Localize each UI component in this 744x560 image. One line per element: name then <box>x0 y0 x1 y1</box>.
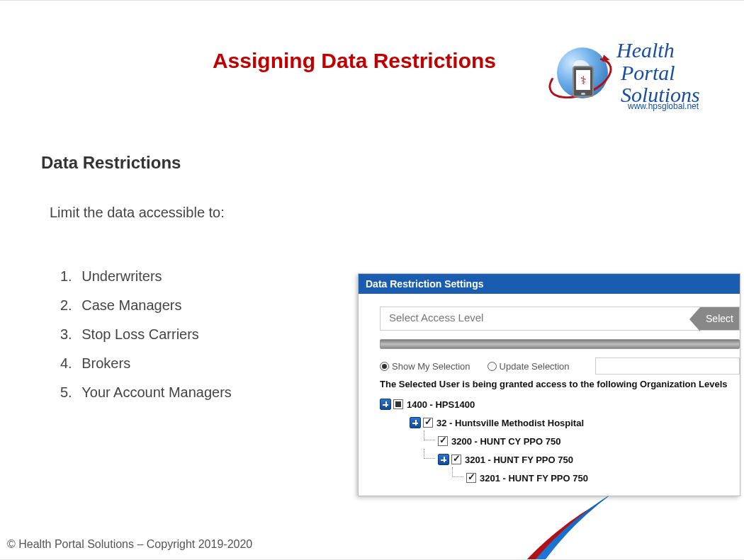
radio-icon <box>380 362 389 371</box>
access-level-select[interactable]: Select Access Level Select <box>380 307 740 331</box>
checkbox-icon[interactable] <box>466 473 476 483</box>
roles-list: Underwriters Case Managers Stop Loss Car… <box>53 268 232 413</box>
top-swoosh-decor <box>0 1 177 142</box>
page-title: Assigning Data Restrictions <box>184 49 524 73</box>
tablet-icon: ⚕ <box>573 66 594 97</box>
list-item: Underwriters <box>53 268 232 285</box>
panel-header: Data Restriction Settings <box>359 274 740 294</box>
access-level-label: Select Access Level <box>381 307 700 330</box>
tree-node[interactable]: 3200 - HUNT CY PPO 750 <box>380 432 740 450</box>
radio-icon <box>487 362 497 371</box>
org-tree: 1400 - HPS1400 32 - Huntsville Methodist… <box>380 395 740 487</box>
logo-line1: Health <box>616 39 700 62</box>
select-button[interactable]: Select <box>700 307 739 330</box>
globe-icon: ⚕ <box>551 43 614 105</box>
tree-label: 3200 - HUNT CY PPO 750 <box>451 436 560 447</box>
tree-node[interactable]: 32 - Huntsville Methodist Hospital <box>380 413 740 432</box>
logo-line2: Portal <box>616 62 700 84</box>
checkbox-icon[interactable] <box>451 455 461 464</box>
checkbox-icon[interactable] <box>438 436 448 446</box>
expand-icon[interactable] <box>410 417 421 428</box>
tree-label: 3201 - HUNT FY PPO 750 <box>480 473 588 484</box>
slide: Assigning Data Restrictions ⚕ Health Por… <box>0 0 744 560</box>
tree-label: 1400 - HPS1400 <box>407 399 475 410</box>
copyright-footer: © Health Portal Solutions – Copyright 20… <box>7 538 252 551</box>
list-item: Case Managers <box>53 297 232 314</box>
radio-update-selection[interactable]: Update Selection <box>487 361 570 372</box>
tree-node[interactable]: 1400 - HPS1400 <box>380 395 740 413</box>
tree-label: 3201 - HUNT FY PPO 750 <box>465 455 573 465</box>
caduceus-icon: ⚕ <box>580 74 587 87</box>
company-logo: ⚕ Health Portal Solutions www.hpsglobal.… <box>551 36 728 114</box>
tree-node[interactable]: 3201 - HUNT FY PPO 750 <box>380 450 740 469</box>
filter-input[interactable] <box>595 358 740 375</box>
list-item: Stop Loss Carriers <box>53 326 232 343</box>
intro-text: Limit the data accessible to: <box>50 205 225 221</box>
grant-message: The Selected User is being granted acces… <box>380 379 740 389</box>
checkbox-icon[interactable] <box>393 399 403 409</box>
progress-bar <box>380 339 740 349</box>
expand-icon[interactable] <box>438 454 449 465</box>
expand-icon[interactable] <box>380 399 391 410</box>
tree-label: 32 - Huntsville Methodist Hospital <box>436 418 584 428</box>
data-restriction-panel: Data Restriction Settings Select Access … <box>358 273 740 496</box>
logo-text: Health Portal Solutions <box>616 39 700 106</box>
section-title: Data Restrictions <box>41 153 181 173</box>
checkbox-icon[interactable] <box>423 418 433 428</box>
logo-url: www.hpsglobal.net <box>628 101 699 111</box>
tree-node[interactable]: 3201 - HUNT FY PPO 750 <box>380 469 740 487</box>
radio-show-my-selection[interactable]: Show My Selection <box>380 361 470 372</box>
list-item: Your Account Managers <box>53 384 232 401</box>
list-item: Brokers <box>53 355 232 372</box>
